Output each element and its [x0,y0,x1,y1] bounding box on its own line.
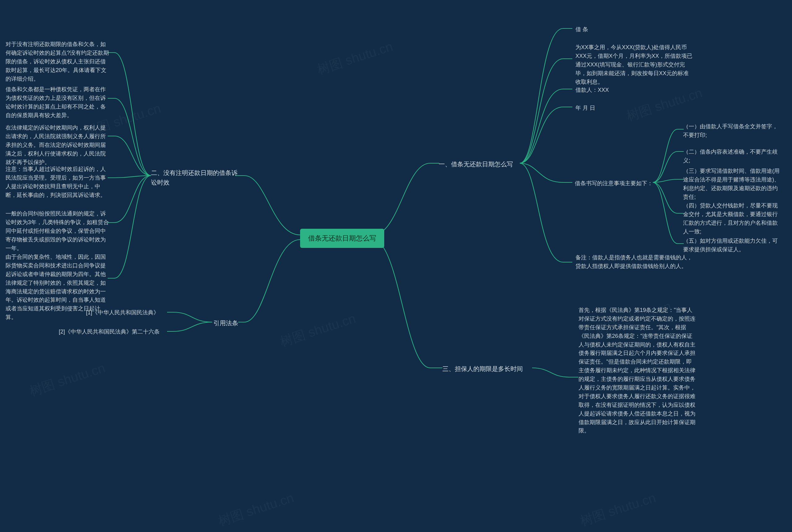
watermark: 树图 shutu.cn [315,38,395,78]
sec1-sub1: （一）由借款人手写借条全文并签字，不要打印; [683,122,782,140]
branch-sec3[interactable]: 三、担保人的期限是多长时间 [442,364,523,374]
sec1-item3: 借款人：XXX [575,86,609,95]
watermark: 树图 shutu.cn [578,489,658,530]
sec1-item1: 借 条 [575,25,588,34]
sec1-item2: 为XX事之用，今从XXX(贷款人)处借得人民币XXX元，借期X个月，月利率为XX… [575,43,693,86]
sec2-item4: 注意：当事人超过诉讼时效后起诉的，人民法院应当受理。受理后，如另一方当事人提出诉… [5,165,111,200]
sec2-item5: 一般的合同纠纷按照民法通则的规定，诉讼时效为3年，几类特殊的争议，如租赁合同中延… [5,210,111,252]
sec3-body: 首先，根据《民法典》第19条之规定："当事人对保证方式没有约定或者约定不确定的，… [578,306,696,435]
sec2-item2: 借条和欠条都是一种债权凭证，两者在作为债权凭证的效力上是没有区别，但在诉讼时效计… [5,85,111,120]
watermark: 树图 shutu.cn [624,84,704,125]
branch-law[interactable]: 引用法条 [214,318,238,328]
sec1-sub4: （四）贷款人交付钱款时，尽量不要现金交付，尤其是大额借款，要通过银行汇款的方式进… [683,202,782,236]
watermark: 树图 shutu.cn [278,310,358,350]
watermark: 树图 shutu.cn [27,359,107,400]
branch-sec1[interactable]: 一、借条无还款日期怎么写 [439,159,513,169]
law-ref1: [1]《中华人民共和国民法典》 [86,308,159,317]
branch-sec2[interactable]: 二、没有注明还款日期的借条诉讼时效 [151,168,238,187]
sec2-item1: 对于没有注明还款期限的借条和欠条，如何确定诉讼时效的起算点?没有约定还款期限的借… [5,40,111,83]
sec1-sub3: （三）要求写清借款时间、借款用途(用途应合法不得是用于赌博等违法用途)、利息约定… [683,167,782,202]
sec1-item4: 年 月 日 [575,104,595,113]
center-topic[interactable]: 借条无还款日期怎么写 [300,229,384,248]
sec1-sub-title[interactable]: 借条书写的注意事项主要如下： [575,179,653,188]
sec1-sub5: （五）如对方信用或还款能力欠佳，可要求提供担保或保证人。 [683,237,782,254]
sec2-item3: 在法律规定的诉讼时效期间内，权利人提出请求的，人民法院就强制义务人履行所承担的义… [5,124,111,167]
law-ref2: [2]《中华人民共和国民法典》第二十六条 [59,328,160,336]
watermark: 树图 shutu.cn [216,489,296,530]
sec1-note: 备注：借款人是指债务人也就是需要借钱的人，贷款人指债权人即提供借款借钱给别人的人… [575,253,693,271]
sec1-sub2: （二）借条内容表述准确，不要产生歧义; [683,148,782,165]
